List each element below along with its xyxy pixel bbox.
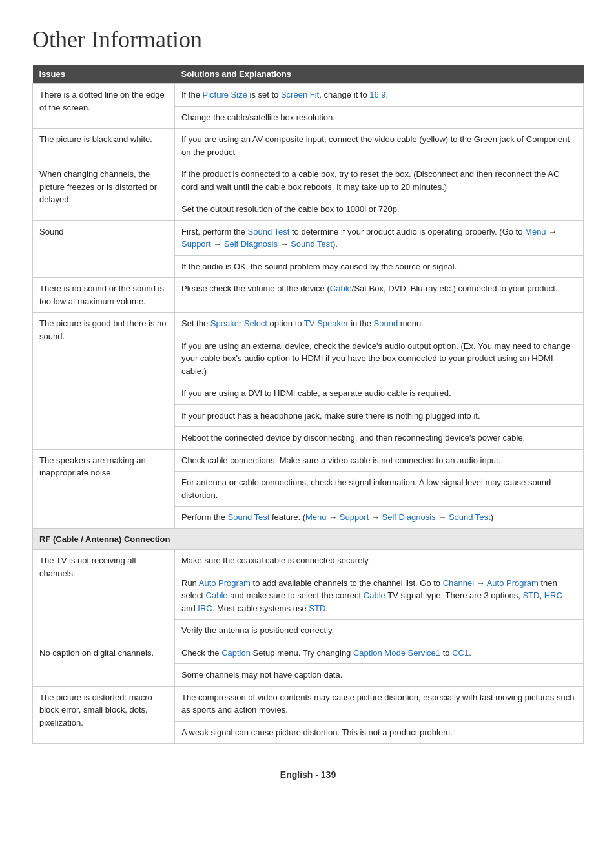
issue-cell: The picture is good but there is no soun… [33,313,175,450]
table-row: There is no sound or the sound is too lo… [33,278,584,313]
solution-cell: Run Auto Program to add available channe… [175,572,584,620]
page-footer: English - 139 [32,769,584,780]
solution-cell: Change the cable/satellite box resolutio… [175,106,584,129]
table-row: The picture is good but there is no soun… [33,313,584,335]
col-issues: Issues [33,65,175,84]
solution-cell: Make sure the coaxial cable is connected… [175,550,584,572]
issue-cell: There is no sound or the sound is too lo… [33,278,175,313]
col-solutions: Solutions and Explanations [175,65,584,84]
solution-cell: Some channels may not have caption data. [175,664,584,687]
table-row: The picture is black and white.If you ar… [33,129,584,163]
solution-cell: Set the Speaker Select option to TV Spea… [175,313,584,335]
issue-cell: There is a dotted line on the edge of th… [33,84,175,129]
solution-cell: Check cable connections. Make sure a vid… [175,449,584,472]
table-row: When changing channels, the picture free… [33,163,584,198]
issue-cell: The picture is black and white. [33,129,175,163]
solution-cell: Please check the volume of the device (C… [175,278,584,313]
issue-cell: When changing channels, the picture free… [33,163,175,221]
solution-cell: Verify the antenna is positioned correct… [175,620,584,642]
solution-cell: If the Picture Size is set to Screen Fit… [175,84,584,107]
solution-cell: First, perform the Sound Test to determi… [175,220,584,255]
solution-cell: If the product is connected to a cable b… [175,163,584,198]
solution-cell: If your product has a headphone jack, ma… [175,404,584,427]
solution-cell: If you are using an external device, che… [175,335,584,382]
solution-cell: For antenna or cable connections, check … [175,472,584,507]
solution-cell: If you are using a DVI to HDMI cable, a … [175,382,584,405]
solution-cell: Set the output resolution of the cable b… [175,198,584,221]
issue-cell: The TV is not receiving all channels. [33,550,175,642]
solution-cell: Reboot the connected device by disconnec… [175,427,584,450]
solution-cell: If you are using an AV composite input, … [175,129,584,163]
troubleshooting-table: Issues Solutions and Explanations There … [32,65,584,744]
table-row: The TV is not receiving all channels.Mak… [33,550,584,572]
table-row: SoundFirst, perform the Sound Test to de… [33,220,584,255]
solution-cell: Check the Caption Setup menu. Try changi… [175,642,584,664]
solution-cell: If the audio is OK, the sound problem ma… [175,255,584,278]
issue-cell: The picture is distorted: macro block er… [33,686,175,744]
solution-cell: Perform the Sound Test feature. (Menu → … [175,507,584,529]
solution-cell: A weak signal can cause picture distorti… [175,721,584,744]
table-row: The picture is distorted: macro block er… [33,686,584,721]
issue-cell: No caption on digital channels. [33,642,175,686]
rf-section-header: RF (Cable / Antenna) Connection [33,528,584,550]
issue-cell: The speakers are making an inappropriate… [33,449,175,528]
table-row: The speakers are making an inappropriate… [33,449,584,472]
solution-cell: The compression of video contents may ca… [175,686,584,721]
issue-cell: Sound [33,220,175,278]
page-title: Other Information [32,26,584,53]
table-row: There is a dotted line on the edge of th… [33,84,584,107]
table-row: No caption on digital channels.Check the… [33,642,584,664]
